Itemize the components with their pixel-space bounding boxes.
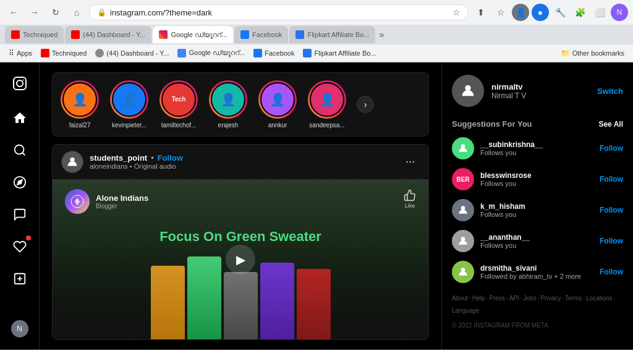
svg-point-10	[70, 157, 74, 161]
bookmark-facebook[interactable]: Facebook	[250, 48, 298, 59]
suggestion-info: blesswinsrose Follows you	[480, 171, 593, 187]
svg-point-16	[461, 268, 465, 272]
forward-button[interactable]: →	[26, 4, 43, 21]
stories-next-button[interactable]: ›	[357, 96, 374, 113]
ig-home-icon[interactable]	[5, 103, 35, 133]
more-tabs-btn[interactable]: »	[379, 30, 384, 40]
bookmark-google[interactable]: Google ഡ്യൂററ്...	[174, 48, 249, 59]
footer-link-jobs[interactable]: Jobs	[524, 293, 537, 304]
person-4	[260, 263, 294, 340]
suggestion-username[interactable]: blesswinsrose	[480, 171, 593, 180]
bookmark-flipkart-label: Flipkart Affiliate Bo...	[314, 49, 376, 57]
tab-flipkart[interactable]: Flipkart Affiliate Bo...	[289, 26, 375, 43]
ig-profile-icon[interactable]: N	[5, 314, 35, 344]
profile-avatar-icon[interactable]: N	[611, 4, 628, 21]
ig-footer: About · Help · Press · API · Jobs · Priv…	[452, 293, 623, 331]
follow-button-hisham[interactable]: Follow	[600, 206, 623, 214]
bookmark-icon[interactable]: ☆	[492, 4, 509, 21]
suggestion-info: k_m_hisham Follows you	[480, 202, 593, 218]
story-item-faizal[interactable]: 👤 faizal27	[60, 80, 100, 129]
footer-link-api[interactable]: API	[509, 293, 519, 304]
story-item-sandeep[interactable]: 👤 sandeepsa...	[307, 80, 347, 129]
suggestion-item-subinkrishna: __subinkrishna__ Follows you Follow	[452, 137, 623, 159]
lock-icon: 🔒	[97, 8, 106, 17]
tab-techniqued[interactable]: Techniqued	[5, 26, 64, 43]
bookmark-apps[interactable]: ⠿ Apps	[5, 48, 36, 59]
footer-link-terms[interactable]: Terms	[565, 293, 582, 304]
bm-favicon-fk	[303, 49, 312, 57]
account-icon[interactable]: 👤	[512, 4, 529, 21]
suggestion-username[interactable]: __ananthan__	[480, 233, 593, 242]
ig-create-icon[interactable]	[5, 264, 35, 294]
post-blog-logo	[65, 189, 90, 214]
suggestion-username[interactable]: drsmitha_sivani	[480, 264, 593, 273]
instagram-app: N 👤 faizal27 👤 kevinpieter... Tec	[0, 62, 633, 350]
bm-favicon-g	[177, 49, 186, 57]
footer-link-locations[interactable]: Locations	[586, 293, 613, 304]
suggestion-sub: Follows you	[480, 180, 593, 187]
post-author-avatar[interactable]	[61, 151, 83, 173]
follow-button-blesswinsrose[interactable]: Follow	[600, 175, 623, 184]
browser-chrome: ← → ↻ ⌂ 🔒 instagram.com/?theme=dark ☆ ⬆ …	[0, 0, 633, 62]
follow-button-ananthan[interactable]: Follow	[600, 237, 623, 245]
extensions-icon[interactable]: 🔧	[551, 4, 569, 21]
story-item-erajesh[interactable]: 👤 erajesh	[208, 80, 248, 129]
tab-dashboard[interactable]: (44) Dashboard - Y...	[65, 26, 151, 43]
tab-facebook[interactable]: Facebook	[234, 26, 288, 43]
bookmark-other[interactable]: 📁 Other bookmarks	[557, 48, 628, 59]
home-button[interactable]: ⌂	[68, 4, 85, 21]
story-name: faizal27	[69, 122, 90, 129]
tab-label: (44) Dashboard - Y...	[83, 31, 145, 38]
footer-link-about[interactable]: About	[452, 293, 468, 304]
story-name: erajesh	[218, 122, 239, 129]
story-item-annkur[interactable]: 👤 annkur	[258, 80, 297, 129]
suggestion-sub: Follows you	[480, 149, 593, 156]
follow-button-subinkrishna[interactable]: Follow	[600, 144, 623, 153]
profile-username[interactable]: nirmaltv	[491, 82, 590, 91]
star-icon[interactable]: ☆	[452, 7, 461, 17]
suggestion-avatar[interactable]: BER	[452, 168, 474, 190]
ig-notifications-icon[interactable]	[5, 232, 35, 261]
ig-logo-icon[interactable]	[5, 69, 35, 98]
suggestion-item-hisham: k_m_hisham Follows you Follow	[452, 199, 623, 221]
sync-icon[interactable]: ●	[532, 4, 549, 21]
share-icon[interactable]: ⬆	[472, 4, 490, 21]
post-more-button[interactable]: ···	[401, 153, 420, 171]
story-item-kevin[interactable]: 👤 kevinpieter...	[109, 80, 149, 129]
footer-link-help[interactable]: Help	[472, 293, 485, 304]
footer-link-language[interactable]: Language	[452, 305, 480, 316]
refresh-button[interactable]: ↻	[47, 4, 64, 21]
ig-messages-icon[interactable]	[5, 200, 35, 229]
ig-explore-icon[interactable]	[5, 167, 35, 197]
back-button[interactable]: ←	[5, 4, 22, 21]
switch-button[interactable]: Switch	[597, 87, 623, 96]
tab-instagram[interactable]: Google ഡ്യൂററ്...	[153, 26, 233, 43]
post-like-icon[interactable]: Like	[404, 189, 416, 209]
footer-link-press[interactable]: Press	[489, 293, 505, 304]
browser-tabs: Techniqued (44) Dashboard - Y... Google …	[0, 25, 633, 44]
bookmark-dashboard[interactable]: (44) Dashboard - Y...	[91, 48, 172, 59]
suggestion-username[interactable]: __subinkrishna__	[480, 140, 593, 149]
story-ring: 👤	[209, 80, 247, 119]
post-username[interactable]: students_point	[90, 153, 147, 163]
suggestion-avatar[interactable]	[452, 199, 474, 221]
ig-search-icon[interactable]	[5, 135, 35, 165]
suggestion-username[interactable]: k_m_hisham	[480, 202, 593, 211]
bookmark-techniqued[interactable]: Techniqued	[37, 48, 90, 59]
story-item-tamil[interactable]: Tech tamiltechof...	[159, 80, 198, 129]
suggestion-avatar[interactable]	[452, 137, 474, 159]
story-name: annkur	[268, 122, 287, 129]
play-button[interactable]: ▶	[226, 245, 255, 274]
suggestion-avatar[interactable]	[452, 230, 474, 252]
suggestion-avatar[interactable]	[452, 261, 474, 283]
story-avatar: 👤	[62, 82, 97, 117]
puzzle-icon[interactable]: 🧩	[571, 4, 588, 21]
address-bar[interactable]: 🔒 instagram.com/?theme=dark ☆	[89, 4, 469, 20]
follow-button-drsmitha[interactable]: Follow	[600, 268, 623, 276]
see-all-button[interactable]: See All	[598, 120, 623, 129]
post-follow-button[interactable]: Follow	[158, 153, 183, 163]
bookmark-flipkart[interactable]: Flipkart Affiliate Bo...	[299, 48, 380, 59]
footer-link-privacy[interactable]: Privacy	[540, 293, 561, 304]
profile-avatar[interactable]	[452, 75, 484, 107]
window-icon[interactable]: ⬜	[591, 4, 608, 21]
